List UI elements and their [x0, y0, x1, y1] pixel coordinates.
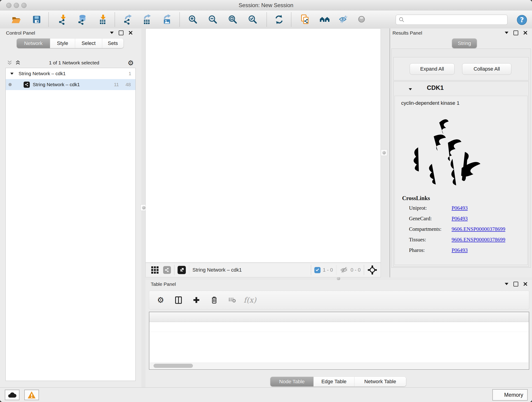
right-splitter[interactable]	[381, 28, 390, 277]
delete-column-icon[interactable]	[208, 294, 221, 306]
show-all-icon[interactable]	[356, 14, 368, 25]
refresh-layout-icon[interactable]	[273, 14, 285, 25]
selected-counts: 1 - 0	[323, 267, 333, 273]
toolbar-separator	[179, 12, 180, 27]
close-panel-icon[interactable]	[128, 31, 133, 35]
section-collapse-icon[interactable]	[409, 88, 412, 92]
toolbar-separator	[48, 12, 49, 27]
first-neighbors-icon[interactable]	[319, 14, 330, 25]
import-network-database-icon[interactable]	[76, 14, 88, 25]
panel-menu-icon[interactable]	[110, 32, 114, 36]
network-canvas[interactable]	[146, 28, 381, 263]
panel-menu-icon[interactable]	[505, 32, 508, 36]
import-table-file-icon[interactable]	[97, 14, 109, 25]
tab-style[interactable]: Style	[50, 38, 75, 48]
table-panel-title: Table Panel	[151, 281, 176, 287]
string-results-container: Expand All Collapse All CDK1 cyclin-depe…	[391, 49, 531, 268]
table-options-gear-icon[interactable]: ⚙	[154, 294, 167, 306]
open-in-window-icon[interactable]	[177, 266, 186, 274]
collapse-all-button[interactable]: Collapse All	[462, 63, 511, 75]
zoom-in-icon[interactable]	[187, 14, 199, 25]
table-row[interactable]	[149, 322, 529, 332]
node-details-section: CDK1 cyclin-dependent kinase 1 CrossLink…	[393, 81, 529, 267]
tab-select[interactable]: Select	[75, 38, 102, 48]
search-input[interactable]	[406, 15, 507, 24]
expand-all-icon[interactable]	[15, 60, 21, 65]
show-columns-icon[interactable]	[172, 294, 185, 306]
grid-view-icon[interactable]	[151, 266, 159, 274]
selected-checkbox-icon[interactable]	[314, 267, 321, 273]
tab-network-table[interactable]: Network Table	[355, 377, 406, 386]
crosslink-uniprot-link[interactable]: P06493	[452, 205, 468, 211]
protein-structure-image	[405, 109, 495, 198]
tab-node-table[interactable]: Node Table	[270, 377, 314, 386]
table-horizontal-scrollbar[interactable]	[150, 363, 528, 369]
crosslink-label: GeneCard:	[409, 216, 432, 222]
center-view-crosshair-icon[interactable]	[367, 265, 377, 275]
warning-icon	[27, 391, 36, 399]
warnings-button[interactable]	[24, 390, 39, 400]
horizontal-splitter[interactable]	[146, 277, 532, 280]
status-bar: Memory	[0, 387, 532, 402]
window-title: Session: New Session	[0, 0, 532, 11]
help-icon[interactable]: ?	[516, 14, 528, 26]
tab-network[interactable]: Network	[17, 38, 50, 48]
memory-button[interactable]: Memory	[492, 389, 528, 401]
export-network-icon[interactable]	[122, 14, 134, 25]
cytoscape-window: Session: New Session	[0, 0, 532, 402]
crosslink-compartments-link[interactable]: 9606.ENSP00000378699	[452, 226, 505, 232]
results-panel-title: Results Panel	[393, 30, 422, 36]
collection-expand-icon[interactable]	[10, 73, 13, 76]
tab-edge-table[interactable]: Edge Table	[314, 377, 355, 386]
tab-sets[interactable]: Sets	[102, 38, 123, 48]
hidden-counts: 0 - 0	[351, 267, 361, 273]
toolbar-separator	[266, 12, 267, 27]
crosslink-tissues-link[interactable]: 9606.ENSP00000378699	[452, 237, 505, 243]
network-collection-row[interactable]: String Network – cdk1 1	[6, 68, 135, 79]
left-splitter[interactable]	[141, 28, 146, 387]
cloud-status-button[interactable]	[5, 390, 19, 400]
add-column-icon[interactable]	[190, 294, 203, 306]
save-session-icon[interactable]	[31, 14, 42, 25]
tab-string[interactable]: String	[452, 38, 477, 48]
hide-selected-icon[interactable]	[338, 14, 349, 25]
float-panel-icon[interactable]	[119, 31, 123, 35]
panel-menu-icon[interactable]	[505, 283, 508, 287]
close-panel-icon[interactable]	[523, 282, 527, 286]
open-session-icon[interactable]	[10, 14, 22, 25]
expand-all-button[interactable]: Expand All	[410, 63, 455, 75]
svg-text:?: ?	[520, 16, 524, 24]
hidden-eye-slash-icon	[340, 266, 348, 274]
string-network-icon	[24, 82, 30, 88]
close-panel-icon[interactable]	[523, 31, 527, 35]
float-panel-icon[interactable]	[513, 282, 518, 287]
toolbar-separator	[114, 12, 115, 27]
expand-collapse-bar: Expand All Collapse All	[393, 57, 529, 80]
crosslink-label: Uniprot:	[409, 205, 427, 211]
network-selection-bar: 1 of 1 Network selected ⚙	[6, 58, 136, 68]
scrollbar-thumb[interactable]	[153, 364, 193, 368]
new-network-from-selection-icon[interactable]	[299, 14, 311, 25]
results-panel: Results Panel String Expand All Collapse…	[390, 28, 532, 277]
control-panel-tabs: Network Style Select Sets	[17, 38, 123, 48]
network-row-selected[interactable]: String Network – cdk1 11 48	[6, 79, 135, 90]
control-panel-title: Control Panel	[6, 30, 35, 36]
network-view	[146, 29, 380, 262]
table-panel: Table Panel ⚙ f(x)	[146, 280, 532, 387]
export-table-icon[interactable]	[141, 14, 153, 25]
crosslink-pharos-link[interactable]: P06493	[452, 247, 468, 253]
crosslink-genecard-link[interactable]: P06493	[452, 216, 468, 222]
crosslink-label: Pharos:	[409, 247, 425, 253]
zoom-out-icon[interactable]	[207, 14, 219, 25]
search-icon	[399, 17, 405, 23]
zoom-selected-icon[interactable]	[247, 14, 259, 25]
network-options-gear-icon[interactable]: ⚙	[128, 59, 134, 67]
float-panel-icon[interactable]	[513, 31, 518, 35]
export-image-icon[interactable]	[161, 14, 173, 25]
network-badge-icon[interactable]	[163, 266, 171, 274]
cloud-icon	[7, 391, 17, 399]
collapse-all-icon[interactable]	[7, 60, 12, 65]
right-splitter-handle[interactable]	[381, 149, 387, 156]
import-network-file-icon[interactable]	[57, 14, 69, 25]
zoom-fit-content-icon[interactable]	[227, 14, 239, 25]
